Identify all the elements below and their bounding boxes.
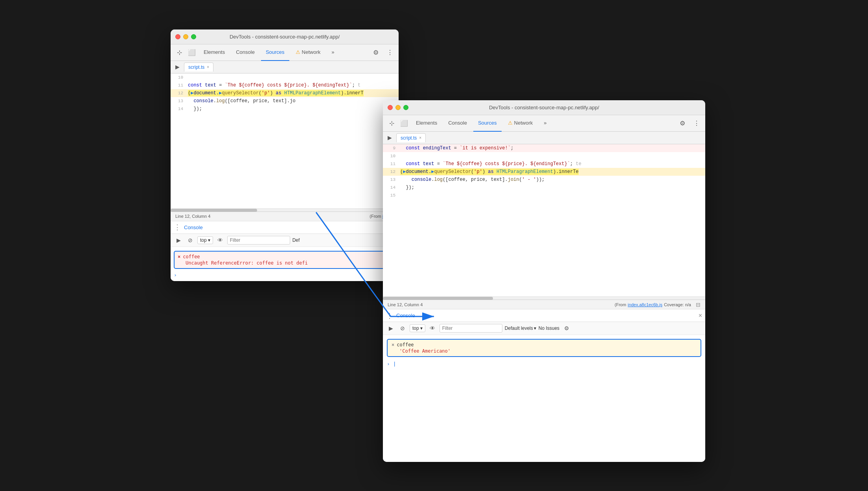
console-content-front: × coffee 'Coffee Americano' › | (383, 335, 705, 462)
console-close-front[interactable]: × (699, 312, 702, 319)
tab-elements-front[interactable]: Elements (411, 115, 442, 132)
console-menu-front[interactable]: ⋮ (386, 312, 393, 319)
code-line-11-front: 11 const text = `The ${coffee} costs ${p… (383, 160, 705, 168)
file-tab-close-back[interactable]: × (207, 65, 209, 69)
error-label-back: × coffee (178, 254, 392, 259)
prompt-chevron-back: › (174, 272, 177, 278)
tab-console-back[interactable]: Console (231, 44, 259, 61)
sidebar-toggle-front[interactable]: ▶ (384, 132, 395, 143)
chevron-down-icon-back: ▾ (208, 237, 210, 243)
code-line-13-back: 13 console.log([coffee, price, text].jo (171, 97, 399, 105)
console-title-front[interactable]: Console (396, 313, 415, 318)
clear-btn-back[interactable]: ⊘ (186, 235, 195, 245)
code-line-14-front: 14 }); (383, 184, 705, 191)
scrollbar-thumb-back[interactable] (171, 209, 257, 212)
traffic-lights-front (388, 105, 408, 110)
tab-more-back[interactable]: » (327, 44, 339, 61)
devtools-toolbar-front: ⊹ ⬜ Elements Console Sources ⚠Network » … (383, 115, 705, 132)
file-tab-name-back: script.ts (188, 64, 204, 70)
top-selector-back[interactable]: top ▾ (197, 236, 213, 244)
default-levels-front[interactable]: Default levels ▾ (505, 325, 536, 331)
file-tab-name-front: script.ts (401, 135, 417, 141)
close-button-front[interactable] (388, 105, 393, 110)
tab-sources-front[interactable]: Sources (473, 115, 502, 132)
clear-btn-front[interactable]: ⊘ (398, 324, 407, 333)
file-tab-close-front[interactable]: × (419, 136, 421, 140)
eye-btn-back[interactable]: 👁 (215, 235, 225, 245)
top-selector-front[interactable]: top ▾ (410, 324, 425, 332)
devtools-toolbar-back: ⊹ ⬜ Elements Console Sources ⚠Network » … (171, 44, 399, 61)
device-icon-front[interactable]: ⬜ (399, 118, 410, 129)
code-line-10-back: 10 (171, 74, 399, 81)
console-settings-icon-front[interactable]: ⚙ (562, 324, 571, 333)
prompt-chevron-front: › | (387, 361, 396, 367)
console-section-front: ⋮ Console × ▶ ⊘ top ▾ 👁 Default levels ▾… (383, 309, 705, 462)
code-line-11-back: 11 const text = `The ${coffee} costs ${p… (171, 81, 399, 89)
error-message-back: Uncaught ReferenceError: coffee is not d… (178, 260, 392, 266)
sidebar-btn-back[interactable]: ▶ (174, 235, 183, 245)
tab-elements-back[interactable]: Elements (199, 44, 230, 61)
file-tab-script-back[interactable]: script.ts × (184, 63, 213, 72)
tab-sources-back[interactable]: Sources (261, 44, 289, 61)
chevron-down-icon-front: ▾ (420, 325, 423, 331)
code-area-front: 9 const endingText = `it is expensive!`;… (383, 144, 705, 297)
status-position-back: Line 12, Column 4 (175, 214, 210, 219)
cursor-icon-front[interactable]: ⊹ (386, 118, 397, 129)
toolbar-right-back: ⚙ ⋮ (370, 47, 395, 58)
console-toolbar-front: ▶ ⊘ top ▾ 👁 Default levels ▾ No Issues ⚙ (383, 322, 705, 335)
status-from-front: (From (615, 302, 626, 307)
devtools-window-front: DevTools - consistent-source-map-pc.netl… (383, 100, 705, 462)
file-tab-script-front[interactable]: script.ts × (396, 133, 426, 142)
more-icon-front[interactable]: ⋮ (691, 118, 702, 129)
levels-chevron-front: ▾ (534, 325, 536, 331)
minimize-button-back[interactable] (183, 34, 188, 39)
top-label-front: top (412, 325, 419, 331)
sidebar-toggle-back[interactable]: ▶ (172, 62, 182, 72)
log-value-front: 'Coffee Americano' (392, 348, 697, 354)
code-area-back: 10 11 const text = `The ${coffee} costs … (171, 74, 399, 208)
console-title-back[interactable]: Console (184, 224, 203, 230)
default-levels-back[interactable]: Def (292, 237, 300, 243)
console-menu-back[interactable]: ⋮ (174, 224, 181, 231)
scrollbar-front[interactable] (383, 296, 705, 300)
more-icon-back[interactable]: ⋮ (384, 47, 395, 58)
top-label-back: top (200, 237, 207, 243)
tab-network-front[interactable]: ⚠Network (503, 115, 538, 132)
settings-icon-front[interactable]: ⚙ (677, 118, 688, 129)
minimize-button-front[interactable] (395, 105, 401, 110)
warning-icon-front: ⚠ (508, 120, 513, 126)
eye-btn-front[interactable]: 👁 (428, 324, 437, 333)
warning-icon-back: ⚠ (296, 49, 300, 55)
device-icon[interactable]: ⬜ (186, 47, 197, 58)
code-line-14-back: 14 }); (171, 105, 399, 113)
console-prompt-back[interactable]: › (171, 270, 399, 279)
scrollbar-back[interactable] (171, 208, 399, 211)
tab-more-front[interactable]: » (539, 115, 551, 132)
status-bar-back: Line 12, Column 4 (From index. (171, 211, 399, 221)
close-button-back[interactable] (175, 34, 180, 39)
devtools-window-back: DevTools - consistent-source-map-pc.netl… (171, 29, 399, 281)
console-section-back: ⋮ Console ▶ ⊘ top ▾ 👁 Def × coff (171, 221, 399, 281)
sidebar-btn-front[interactable]: ▶ (386, 324, 395, 333)
console-log-front: × coffee 'Coffee Americano' (387, 339, 701, 357)
titlebar-front: DevTools - consistent-source-map-pc.netl… (383, 100, 705, 115)
maximize-button-front[interactable] (403, 105, 408, 110)
log-label-front: × coffee (392, 342, 697, 348)
tab-console-front[interactable]: Console (443, 115, 472, 132)
console-prompt-front[interactable]: › | (383, 359, 705, 368)
console-error-back: × coffee Uncaught ReferenceError: coffee… (174, 251, 395, 269)
filter-input-front[interactable] (440, 324, 502, 333)
scrollbar-thumb-front[interactable] (383, 297, 493, 300)
maximize-button-back[interactable] (191, 34, 196, 39)
settings-icon-back[interactable]: ⚙ (370, 47, 381, 58)
status-right-front: (From index.a8c1ec6b.js Coverage: n/a ⊟ (615, 302, 701, 308)
console-header-front: ⋮ Console × (383, 309, 705, 322)
error-x-icon-back: × (178, 254, 180, 259)
status-dock-icon[interactable]: ⊟ (696, 302, 701, 308)
status-link-front[interactable]: index.a8c1ec6b.js (628, 302, 662, 307)
tab-network-back[interactable]: ⚠Network (291, 44, 326, 61)
titlebar-back: DevTools - consistent-source-map-pc.netl… (171, 29, 399, 44)
filter-input-back[interactable] (227, 236, 290, 245)
window-title-front: DevTools - consistent-source-map-pc.netl… (489, 105, 599, 110)
cursor-icon[interactable]: ⊹ (174, 47, 185, 58)
